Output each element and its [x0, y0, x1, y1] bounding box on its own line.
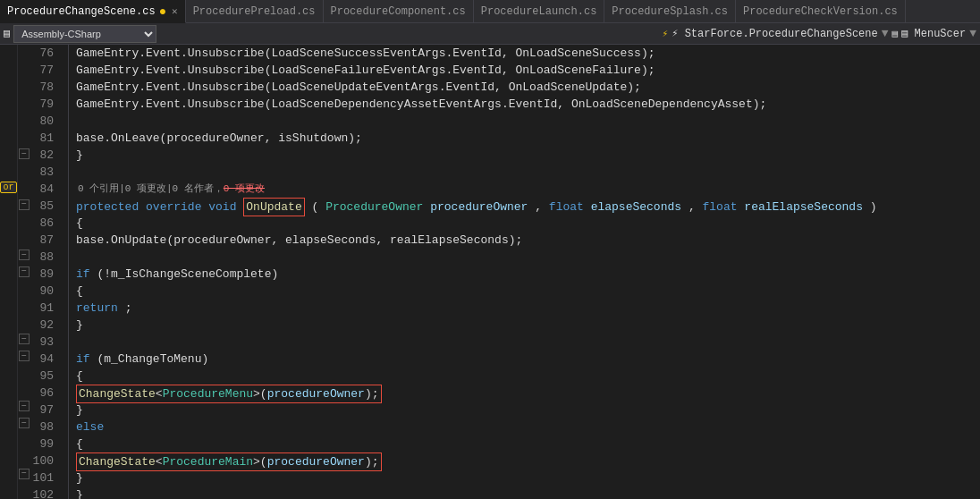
- breadcrumb-dropdown2: ▼: [969, 27, 976, 40]
- tab-label: ProcedureCheckVersion.cs: [743, 5, 898, 18]
- tab-label: ProcedurePreload.cs: [193, 5, 316, 18]
- margin-83: [0, 163, 17, 180]
- collapse-icon-85[interactable]: −: [19, 199, 30, 210]
- collapse-102: [18, 482, 31, 499]
- ln-87: 87: [31, 232, 61, 249]
- ln-85: 85: [31, 198, 61, 215]
- margin-96: [0, 381, 17, 398]
- collapse-98[interactable]: −: [18, 415, 31, 432]
- margin-98: [0, 415, 17, 432]
- collapse-81: [18, 129, 31, 146]
- collapse-82[interactable]: −: [18, 146, 31, 163]
- code-line-88: if (!m_IsChangeSceneComplete): [76, 266, 980, 283]
- collapse-icon-82[interactable]: −: [19, 148, 30, 159]
- collapse-icon-88[interactable]: −: [19, 249, 30, 260]
- collapse-95: [18, 364, 31, 381]
- ln-94: 94: [31, 351, 61, 368]
- breadcrumb-icon2: ▤: [892, 28, 899, 39]
- ln-93: 93: [31, 334, 61, 351]
- code-line-86: base.OnUpdate(procedureOwner, elapseSeco…: [76, 232, 980, 249]
- ln-89: 89: [31, 266, 61, 283]
- margin-93: [0, 331, 17, 348]
- collapse-icon-98[interactable]: −: [19, 418, 30, 428]
- editor-toolbar: ▤ Assembly-CSharp ⚡ ⚡ StarForce.Procedur…: [0, 23, 980, 45]
- collapse-column: − − − − − − − − −: [18, 45, 31, 499]
- ln-83: 83: [31, 164, 61, 181]
- ln-77: 77: [31, 62, 61, 79]
- assembly-dropdown[interactable]: Assembly-CSharp: [13, 25, 156, 43]
- collapse-84: [18, 180, 31, 197]
- collapse-92: [18, 314, 31, 331]
- collapse-icon-101[interactable]: −: [19, 469, 30, 479]
- margin-82: [0, 146, 17, 163]
- collapse-89[interactable]: −: [18, 264, 31, 281]
- code-line-89: {: [76, 283, 980, 300]
- code-area[interactable]: GameEntry.Event.Unsubscribe(LoadSceneSuc…: [69, 45, 980, 499]
- collapse-87: [18, 230, 31, 247]
- ln-92: 92: [31, 317, 61, 334]
- tab-procedure-component[interactable]: ProcedureComponent.cs: [324, 0, 474, 22]
- code-line-78: GameEntry.Event.Unsubscribe(LoadSceneUpd…: [76, 79, 980, 96]
- method-sig-84: protected override void OnUpdate ( Proce…: [76, 198, 877, 215]
- collapse-88[interactable]: −: [18, 247, 31, 264]
- tab-procedure-check-version[interactable]: ProcedureCheckVersion.cs: [736, 0, 906, 22]
- ln-100: 100: [31, 452, 61, 469]
- margin-97: [0, 398, 17, 415]
- collapse-94[interactable]: −: [18, 348, 31, 365]
- collapse-97[interactable]: −: [18, 398, 31, 415]
- tab-procedure-change-scene[interactable]: ProcedureChangeScene.cs ● ✕: [0, 0, 186, 23]
- collapse-icon-89[interactable]: −: [19, 266, 30, 277]
- ln-82: 82: [31, 147, 61, 164]
- collapse-79: [18, 95, 31, 112]
- margin-90: [0, 280, 17, 297]
- breadcrumb-text2: ▤ MenuScer: [901, 27, 966, 40]
- margin-92: [0, 314, 17, 331]
- ln-97: 97: [31, 402, 61, 419]
- collapse-96: [18, 381, 31, 398]
- collapse-101[interactable]: −: [18, 465, 31, 482]
- collapse-85[interactable]: −: [18, 196, 31, 213]
- code-line-92: [76, 334, 980, 351]
- change-state-menu-highlight: ChangeState<ProcedureMenu>(procedureOwne…: [76, 385, 382, 403]
- breadcrumb-separator: ▼: [882, 27, 889, 40]
- ln-84: 84: [31, 181, 61, 198]
- margin-86: [0, 213, 17, 230]
- collapse-icon-93[interactable]: −: [19, 334, 30, 344]
- code-line-80: [76, 113, 980, 130]
- tab-procedure-splash[interactable]: ProcedureSplash.cs: [604, 0, 736, 22]
- ln-86: 86: [31, 215, 61, 232]
- code-line-97: else: [76, 419, 980, 436]
- code-line-90: return ;: [76, 300, 980, 317]
- collapse-icon-97[interactable]: −: [19, 401, 30, 411]
- tab-procedure-launch[interactable]: ProcedureLaunch.cs: [474, 0, 605, 22]
- margin-91: [0, 297, 17, 314]
- collapse-93[interactable]: −: [18, 331, 31, 348]
- ln-95: 95: [31, 368, 61, 385]
- ln-99: 99: [31, 436, 61, 452]
- code-line-82: }: [76, 147, 980, 164]
- code-line-94: {: [76, 368, 980, 385]
- tab-label: ProcedureChangeScene.cs: [7, 5, 156, 18]
- margin-80: [0, 112, 17, 129]
- tab-label: ProcedureSplash.cs: [612, 5, 728, 18]
- ln-81: 81: [31, 130, 61, 147]
- ln-98: 98: [31, 419, 61, 436]
- tab-modified-icon: ●: [159, 4, 166, 19]
- margin-78: [0, 79, 17, 96]
- margin-101: [0, 465, 17, 482]
- code-line-100: }: [76, 469, 980, 486]
- ln-102: 102: [31, 486, 61, 499]
- change-state-main-highlight: ChangeState<ProcedureMain>(procedureOwne…: [76, 452, 382, 471]
- margin-76: [0, 45, 17, 62]
- ln-79: 79: [31, 96, 61, 113]
- ln-91: 91: [31, 300, 61, 317]
- tab-procedure-preload[interactable]: ProcedurePreload.cs: [186, 0, 324, 22]
- margin-102: [0, 482, 17, 499]
- toolbar-left: ▤ Assembly-CSharp: [4, 25, 659, 43]
- margin-column: or: [0, 45, 18, 499]
- ln-76: 76: [31, 45, 61, 62]
- collapse-icon-94[interactable]: −: [19, 351, 30, 361]
- close-icon[interactable]: ✕: [172, 5, 178, 17]
- breadcrumb-text: ⚡ StarForce.ProcedureChangeScene: [672, 27, 877, 40]
- margin-95: [0, 364, 17, 381]
